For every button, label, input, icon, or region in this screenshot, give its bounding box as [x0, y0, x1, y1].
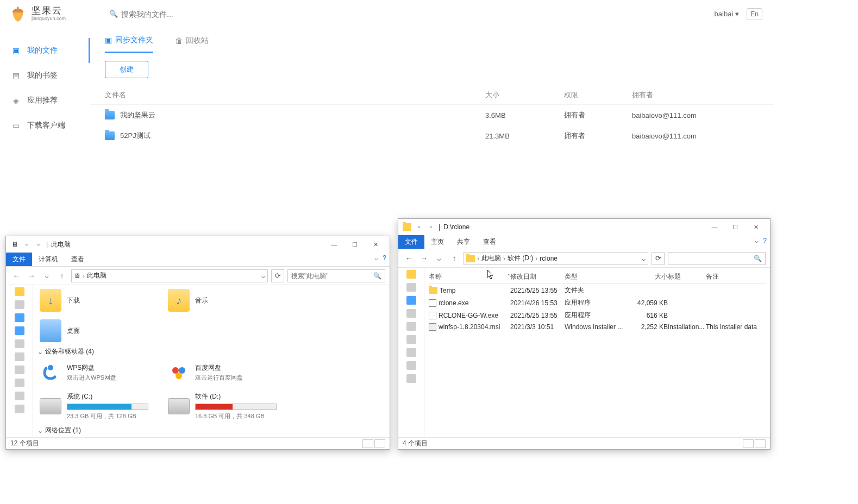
section-devices[interactable]: ⌄设备和驱动器 (4) [37, 347, 385, 356]
list-item[interactable]: winfsp-1.8.20304.msi2021/3/3 10:51Window… [429, 322, 766, 332]
create-button[interactable]: 创建 [105, 61, 148, 78]
tab-view[interactable]: 查看 [477, 235, 503, 249]
sidebar-item-files[interactable]: ▣我的文件 [0, 38, 90, 63]
tree-item[interactable] [15, 405, 24, 413]
expand-ribbon-icon[interactable]: ⌵ [755, 237, 759, 244]
col-title[interactable]: 标题 [668, 272, 706, 281]
qat-icon[interactable]: ▫ [427, 223, 435, 231]
list-item[interactable]: rclone.exe2021/4/26 15:53应用程序42,059 KB [429, 297, 766, 309]
qat-icon[interactable]: ▫ [415, 223, 423, 231]
sidebar-item-bookmarks[interactable]: ▤我的书签 [0, 63, 90, 88]
view-tiles-button[interactable] [755, 439, 766, 448]
tree-item[interactable] [15, 379, 24, 387]
col-name[interactable]: 文件名 [105, 90, 485, 100]
drive-c[interactable]: 系统 (C:)23.3 GB 可用，共 128 GB [37, 390, 157, 423]
qat-icon[interactable]: ▫ [22, 240, 31, 249]
col-type[interactable]: 类型 [565, 272, 630, 281]
search-icon[interactable]: 🔍 [373, 272, 381, 280]
col-perm[interactable]: 权限 [564, 90, 632, 100]
tree-item[interactable] [406, 361, 416, 370]
section-network[interactable]: ⌄网络位置 (1) [37, 426, 385, 435]
drive-d[interactable]: 软件 (D:)16.8 GB 可用，共 348 GB [166, 390, 285, 423]
tree-item[interactable] [15, 300, 24, 309]
tree-item[interactable] [15, 392, 24, 400]
col-size[interactable]: 大小 [630, 272, 668, 281]
logo[interactable]: 坚果云 jianguoyun.com [0, 5, 90, 23]
view-details-button[interactable] [362, 439, 373, 448]
tab-file[interactable]: 文件 [398, 235, 424, 249]
minimize-button[interactable]: — [324, 238, 344, 251]
tab-file[interactable]: 文件 [6, 253, 32, 266]
expand-ribbon-icon[interactable]: ⌵ [374, 254, 378, 262]
recent-button[interactable]: ⌵ [41, 272, 53, 280]
tree-item[interactable] [15, 326, 24, 335]
search-icon[interactable]: 🔍 [754, 255, 762, 262]
language-button[interactable]: En [747, 8, 762, 20]
crumb-this-pc[interactable]: 此电脑 [87, 271, 107, 280]
refresh-button[interactable]: ⟳ [652, 252, 665, 265]
view-tiles-button[interactable] [374, 439, 385, 448]
minimize-button[interactable]: — [705, 220, 724, 234]
help-icon[interactable]: ? [383, 254, 386, 262]
table-row[interactable]: 我的坚果云 3.6MB 拥有者 baibaiovo@111.com [90, 105, 774, 125]
nav-tree[interactable] [6, 285, 33, 437]
col-name[interactable]: 名称 ˄ [429, 272, 510, 281]
tab-computer[interactable]: 计算机 [32, 253, 65, 266]
forward-button[interactable]: → [26, 272, 37, 280]
col-owner[interactable]: 拥有者 [632, 90, 759, 100]
crumb-this-pc[interactable]: 此电脑 [481, 254, 501, 263]
tree-item[interactable] [406, 283, 416, 292]
tree-item[interactable] [15, 287, 24, 296]
tree-item[interactable] [406, 322, 416, 331]
tab-share[interactable]: 共享 [450, 235, 477, 249]
tree-item[interactable] [406, 335, 416, 344]
search-input[interactable] [291, 272, 373, 280]
view-details-button[interactable] [743, 439, 754, 448]
tab-trash[interactable]: 🗑回收站 [175, 28, 209, 53]
maximize-button[interactable]: ☐ [345, 238, 365, 251]
quick-music[interactable]: ♪音乐 [166, 287, 285, 313]
maximize-button[interactable]: ☐ [725, 220, 745, 234]
titlebar[interactable]: 🖥 ▫ ▫ | 此电脑 — ☐ ✕ [6, 236, 390, 253]
tab-sync[interactable]: ▣同步文件夹 [105, 28, 153, 53]
tree-item[interactable] [406, 270, 416, 279]
search-input[interactable] [672, 255, 754, 262]
col-size[interactable]: 大小 [485, 90, 564, 100]
refresh-button[interactable]: ⟳ [271, 269, 284, 282]
back-button[interactable]: ← [403, 254, 415, 262]
forward-button[interactable]: → [418, 254, 430, 262]
tree-item[interactable] [406, 348, 416, 357]
back-button[interactable]: ← [10, 272, 22, 280]
col-date[interactable]: 修改日期 [510, 272, 565, 281]
sidebar-item-download[interactable]: ▭下载客户端 [0, 113, 90, 138]
close-button[interactable]: ✕ [746, 220, 766, 234]
sidebar-item-apps[interactable]: ◈应用推荐 [0, 88, 90, 113]
device-baidu[interactable]: 百度网盘双击运行百度网盘 [166, 360, 285, 386]
titlebar[interactable]: ▫ ▫ | D:\rclone — ☐ ✕ [398, 219, 770, 235]
address-bar[interactable]: 🖥 › 此电脑 ⌵ [71, 269, 268, 282]
search-input[interactable] [121, 10, 284, 18]
qat-icon[interactable]: ▫ [34, 240, 43, 249]
tree-item[interactable] [406, 296, 416, 305]
up-button[interactable]: ↑ [448, 254, 460, 262]
dropdown-icon[interactable]: ⌵ [261, 272, 265, 280]
quick-desktop[interactable]: 桌面 [37, 318, 157, 344]
tree-item[interactable] [406, 309, 416, 318]
crumb-d[interactable]: 软件 (D:) [508, 254, 533, 263]
device-wps[interactable]: WPS网盘双击进入WPS网盘 [37, 360, 157, 386]
address-bar[interactable]: › 此电脑› 软件 (D:)› rclone ⌵ [464, 252, 648, 265]
table-row[interactable]: 52PJ测试 21.3MB 拥有者 baibaiovo@111.com [90, 125, 774, 146]
tree-item[interactable] [15, 313, 24, 322]
list-item[interactable]: Temp2021/5/25 13:55文件夹 [429, 284, 766, 297]
nav-tree[interactable] [398, 268, 424, 437]
close-button[interactable]: ✕ [366, 238, 385, 251]
crumb-rclone[interactable]: rclone [540, 255, 558, 262]
dropdown-icon[interactable]: ⌵ [642, 255, 646, 262]
tab-home[interactable]: 主页 [424, 235, 450, 249]
tree-item[interactable] [15, 366, 24, 374]
up-button[interactable]: ↑ [56, 272, 68, 280]
quick-downloads[interactable]: 下载 [37, 287, 157, 313]
tree-item[interactable] [406, 374, 416, 383]
list-item[interactable]: RCLONE-GG-W.exe2021/5/25 13:55应用程序616 KB [429, 309, 766, 322]
tree-item[interactable] [15, 352, 24, 361]
